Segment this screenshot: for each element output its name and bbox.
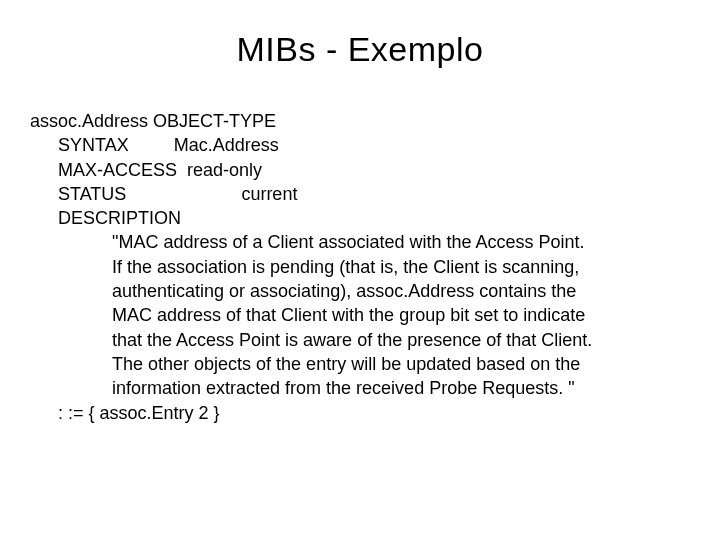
status-line: STATUS current: [58, 182, 690, 206]
description-line: If the association is pending (that is, …: [112, 255, 690, 279]
status-value: current: [241, 184, 297, 204]
object-declaration: assoc.Address OBJECT-TYPE: [30, 109, 690, 133]
description-line: that the Access Point is aware of the pr…: [112, 328, 690, 352]
description-line: The other objects of the entry will be u…: [112, 352, 690, 376]
description-line: information extracted from the received …: [112, 376, 690, 400]
slide: MIBs - Exemplo assoc.Address OBJECT-TYPE…: [0, 0, 720, 540]
max-access-value: read-only: [187, 160, 262, 180]
mib-definition: assoc.Address OBJECT-TYPE SYNTAX Mac.Add…: [30, 109, 690, 425]
description-line: MAC address of that Client with the grou…: [112, 303, 690, 327]
assignment-line: : := { assoc.Entry 2 }: [58, 401, 690, 425]
slide-title: MIBs - Exemplo: [30, 30, 690, 69]
description-line: authenticating or associating), assoc.Ad…: [112, 279, 690, 303]
description-key-line: DESCRIPTION: [58, 206, 690, 230]
syntax-line: SYNTAX Mac.Address: [58, 133, 690, 157]
syntax-value: Mac.Address: [174, 135, 279, 155]
syntax-key: SYNTAX: [58, 135, 129, 155]
max-access-line: MAX-ACCESS read-only: [58, 158, 690, 182]
description-line: "MAC address of a Client associated with…: [112, 230, 690, 254]
max-access-key: MAX-ACCESS: [58, 160, 177, 180]
status-key: STATUS: [58, 184, 126, 204]
